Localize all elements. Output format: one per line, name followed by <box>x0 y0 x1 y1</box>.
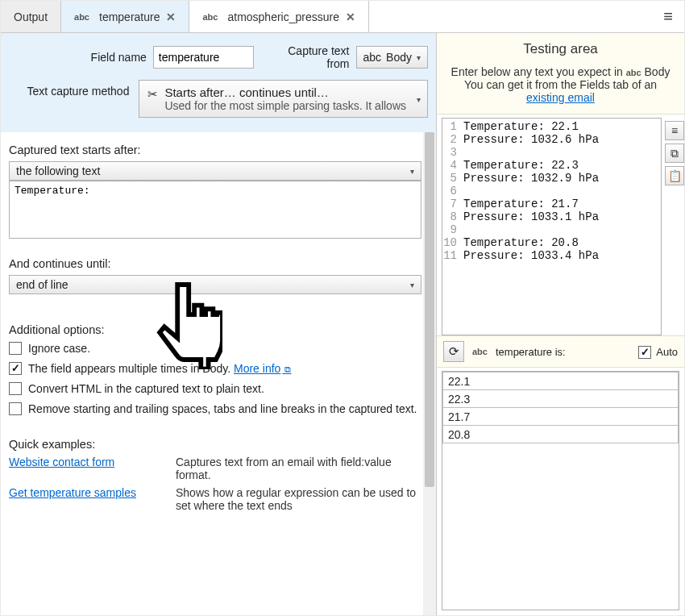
continues-until-select[interactable]: end of line ▾ <box>9 275 421 294</box>
result-row: 22.3 <box>443 390 679 408</box>
starts-after-text[interactable]: Temperature: <box>9 181 421 239</box>
ignore-case-checkbox[interactable] <box>9 342 22 355</box>
trim-checkbox[interactable] <box>9 402 22 415</box>
abc-icon: abc <box>74 12 89 22</box>
capture-method-select[interactable]: ✂ Starts after… continues until… Used fo… <box>139 80 428 118</box>
copy-icon[interactable]: ⧉ <box>665 144 684 163</box>
result-row: 21.7 <box>443 408 679 426</box>
more-info-link[interactable]: More info ⧉ <box>234 362 291 375</box>
tab-output[interactable]: Output <box>1 1 61 32</box>
example-desc: Captures text from an email with field:v… <box>176 456 421 481</box>
abc-icon: abc <box>202 12 218 22</box>
abc-icon: abc <box>626 68 641 77</box>
auto-checkbox[interactable] <box>638 346 651 359</box>
testing-textarea[interactable]: 1234567891011 Temperature: 22.1Pressure:… <box>442 118 662 335</box>
chevron-down-icon: ▾ <box>417 53 421 62</box>
close-icon[interactable]: ✕ <box>166 11 176 23</box>
additional-options-title: Additional options: <box>9 323 421 336</box>
convert-html-label: Convert HTML in the captured text to pla… <box>28 381 264 397</box>
convert-html-checkbox[interactable] <box>9 382 22 395</box>
auto-label: Auto <box>656 346 678 358</box>
chevron-down-icon: ▾ <box>410 167 414 176</box>
method-label: Text capture method <box>9 80 129 98</box>
testing-subtitle-1: Enter below any text you expect in abc B… <box>445 65 676 78</box>
example-link-temperature[interactable]: Get temperature samples <box>9 486 166 512</box>
ignore-case-label: Ignore case. <box>28 341 90 356</box>
chevron-down-icon: ▾ <box>410 281 414 289</box>
results-table: 22.122.321.720.8 <box>442 371 679 610</box>
quick-examples-title: Quick examples: <box>9 438 421 451</box>
abc-icon: abc <box>363 51 382 64</box>
close-icon[interactable]: ✕ <box>346 11 355 23</box>
result-row: 20.8 <box>443 426 679 443</box>
result-field-label: temperature is: <box>496 346 566 358</box>
lines-icon[interactable]: ≡ <box>665 121 684 140</box>
left-scrollbar[interactable] <box>423 132 436 615</box>
existing-email-link[interactable]: existing email <box>526 91 595 104</box>
multiple-checkbox[interactable] <box>9 362 22 375</box>
example-link-contact-form[interactable]: Website contact form <box>9 456 166 481</box>
paste-icon[interactable]: 📋 <box>665 166 684 185</box>
abc-icon: abc <box>472 347 488 356</box>
hamburger-icon[interactable]: ≡ <box>658 7 678 26</box>
result-row: 22.1 <box>443 373 679 390</box>
tab-atmospheric-pressure[interactable]: abc atmospheric_pressure ✕ <box>189 1 368 32</box>
multiple-label: The field appears multiple times in Body… <box>28 362 230 375</box>
example-desc: Shows how a regular expression can be us… <box>176 486 421 512</box>
trim-label: Remove starting and trailing spaces, tab… <box>28 402 417 417</box>
capturefrom-select[interactable]: abc Body ▾ <box>356 46 429 69</box>
fieldname-label: Field name <box>9 51 147 64</box>
refresh-button[interactable]: ⟳ <box>443 341 464 362</box>
refresh-icon: ⟳ <box>449 344 459 359</box>
testing-title: Testing area <box>445 41 676 57</box>
scissors-icon: ✂ <box>147 87 158 102</box>
fieldname-input[interactable] <box>153 46 254 69</box>
starts-after-select[interactable]: the following text ▾ <box>9 161 421 181</box>
chevron-down-icon: ▾ <box>417 94 421 103</box>
tab-temperature[interactable]: abc temperature ✕ <box>61 1 189 32</box>
capturefrom-label: Capture text from <box>267 44 350 70</box>
starts-after-title: Captured text starts after: <box>9 144 421 156</box>
testing-subtitle-2: You can get it from the Fields tab of an… <box>445 78 676 104</box>
continues-until-title: And continues until: <box>9 257 421 270</box>
external-link-icon: ⧉ <box>282 364 291 374</box>
